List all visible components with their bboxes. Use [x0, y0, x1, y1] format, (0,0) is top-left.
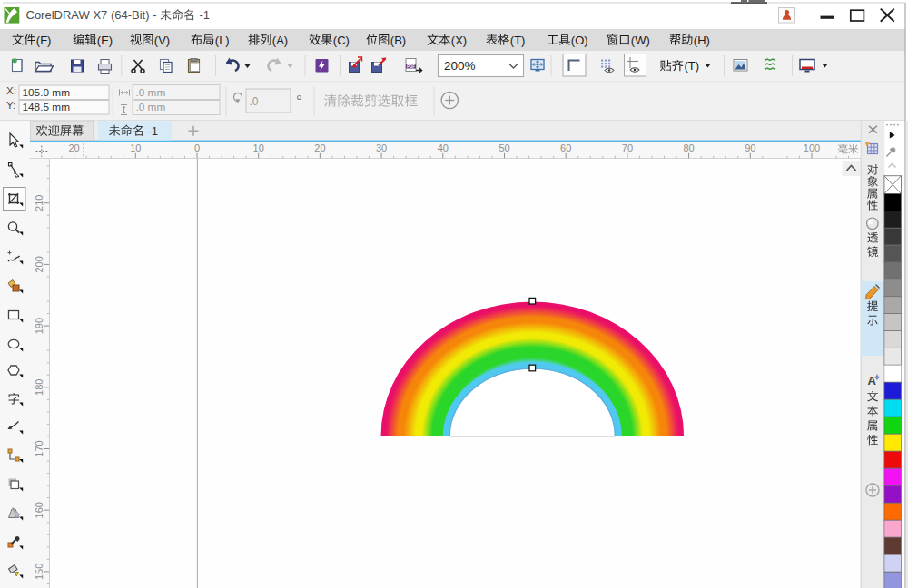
svg-text:170: 170: [34, 440, 44, 456]
svg-text:(B): (B): [390, 34, 406, 47]
svg-text:20: 20: [68, 142, 79, 153]
svg-text:0: 0: [194, 142, 200, 153]
svg-text:.0: .0: [250, 95, 259, 108]
svg-text:210: 210: [34, 195, 44, 211]
svg-text:40: 40: [438, 142, 449, 153]
svg-text:PDF: PDF: [407, 64, 415, 69]
svg-text:(T): (T): [510, 34, 526, 47]
svg-text:100: 100: [804, 142, 820, 153]
svg-text:200: 200: [34, 256, 44, 272]
svg-text:180: 180: [34, 379, 44, 396]
svg-text:-1: -1: [200, 8, 211, 22]
svg-text:70: 70: [622, 142, 633, 153]
svg-text:(C): (C): [333, 34, 350, 47]
svg-text:(T): (T): [685, 59, 700, 73]
svg-text:200%: 200%: [444, 59, 476, 73]
svg-text:(E): (E): [97, 34, 113, 47]
svg-text:.0 mm: .0 mm: [136, 86, 166, 99]
svg-text:150: 150: [34, 564, 44, 580]
svg-text:(W): (W): [631, 34, 650, 47]
svg-text:190: 190: [34, 318, 44, 334]
svg-text:10: 10: [130, 142, 141, 153]
svg-text:(O): (O): [571, 34, 588, 47]
svg-text:80: 80: [683, 142, 694, 153]
svg-text:148.5 mm: 148.5 mm: [23, 101, 71, 113]
svg-text:50: 50: [498, 142, 509, 153]
svg-text:.0 mm: .0 mm: [136, 101, 166, 113]
svg-text:CorelDRAW X7 (64-Bit) -: CorelDRAW X7 (64-Bit) -: [26, 8, 157, 22]
svg-text:A: A: [868, 374, 877, 387]
svg-text:(L): (L): [215, 34, 230, 47]
svg-text:Y:: Y:: [6, 100, 15, 111]
svg-text:X:: X:: [6, 85, 16, 96]
svg-text:60: 60: [560, 142, 571, 153]
svg-text:160: 160: [34, 502, 44, 518]
svg-text:(F): (F): [36, 34, 52, 47]
svg-text:30: 30: [376, 142, 387, 153]
svg-text:(X): (X): [451, 34, 467, 47]
svg-text:(A): (A): [272, 34, 288, 47]
svg-text:(V): (V): [154, 34, 170, 47]
svg-text:105.0 mm: 105.0 mm: [23, 86, 71, 99]
svg-text:90: 90: [745, 142, 755, 153]
svg-text:20: 20: [314, 142, 325, 153]
svg-text:(H): (H): [694, 34, 710, 47]
svg-text:-1: -1: [148, 124, 159, 138]
svg-text:10: 10: [253, 142, 264, 153]
